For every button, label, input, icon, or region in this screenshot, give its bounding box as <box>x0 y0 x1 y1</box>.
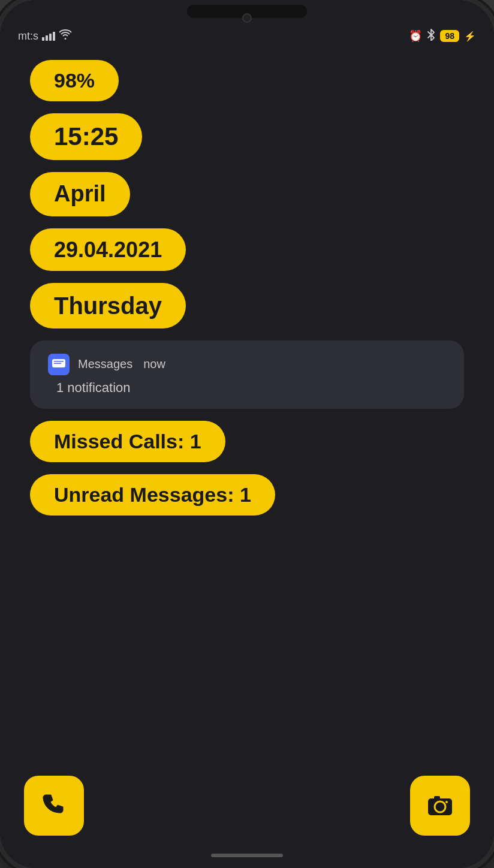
notch <box>187 5 307 18</box>
status-left: mt:s <box>18 29 72 43</box>
charging-icon: ⚡ <box>464 31 476 42</box>
alarm-icon: ⏰ <box>409 29 422 43</box>
home-indicator-bar <box>211 854 283 857</box>
battery-badge: 98 <box>440 30 459 42</box>
notification-card[interactable]: Messages now 1 notification <box>30 340 464 409</box>
time-label: 15:25 <box>30 113 142 160</box>
camera-button[interactable] <box>410 776 470 836</box>
bluetooth-icon <box>427 29 435 43</box>
wifi-icon <box>59 29 72 43</box>
battery-label: 98% <box>30 60 119 101</box>
signal-bars-icon <box>42 31 55 41</box>
home-indicator <box>0 854 494 868</box>
main-content: 98% 15:25 April 29.04.2021 Thursday <box>0 54 494 776</box>
svg-point-3 <box>437 804 443 810</box>
month-label: April <box>30 172 130 216</box>
notification-time: now <box>143 357 165 371</box>
messages-app-icon <box>48 354 70 375</box>
svg-point-5 <box>445 801 448 803</box>
unread-messages-widget: Unread Messages: 1 <box>30 474 464 516</box>
bottom-section <box>0 776 494 854</box>
phone-button[interactable] <box>24 776 84 836</box>
missed-calls-widget: Missed Calls: 1 <box>30 421 464 462</box>
status-right: ⏰ 98 ⚡ <box>409 29 476 43</box>
day-label: Thursday <box>30 283 186 328</box>
status-bar: mt:s <box>0 24 494 48</box>
missed-calls-label: Missed Calls: 1 <box>30 421 225 462</box>
svg-rect-4 <box>434 796 440 800</box>
day-widget: Thursday <box>30 283 464 328</box>
notch-bar: mt:s <box>0 0 494 54</box>
month-widget: April <box>30 172 464 216</box>
notification-app-name: Messages <box>78 357 132 371</box>
carrier-label: mt:s <box>18 30 38 43</box>
notification-count: 1 notification <box>56 380 446 396</box>
date-widget: 29.04.2021 <box>30 228 464 271</box>
screen: mt:s <box>0 0 494 868</box>
unread-messages-label: Unread Messages: 1 <box>30 474 275 516</box>
date-label: 29.04.2021 <box>30 228 186 271</box>
camera-dot <box>242 13 252 23</box>
battery-widget: 98% <box>30 60 464 101</box>
phone-frame: mt:s <box>0 0 494 868</box>
notification-header: Messages now <box>48 354 446 375</box>
time-widget: 15:25 <box>30 113 464 160</box>
